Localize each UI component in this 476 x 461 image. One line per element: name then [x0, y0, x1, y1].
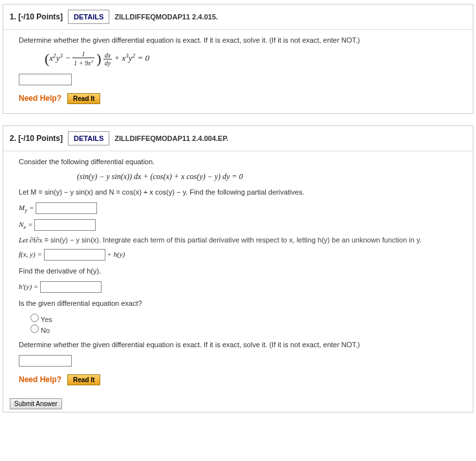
q1-source: ZILLDIFFEQMODAP11 2.4.015. [114, 13, 218, 21]
my-row: My = [19, 202, 457, 214]
nx-input[interactable] [34, 219, 96, 231]
q2-source: ZILLDIFFEQMODAP11 2.4.004.EP. [114, 134, 228, 142]
q2-final-row [19, 355, 457, 367]
read-it-button-2[interactable]: Read It [67, 374, 100, 385]
q2-let-mn: Let M = sin(y) − y sin(x) and N = cos(x)… [19, 188, 457, 196]
submit-answer-button[interactable]: Submit Answer [10, 398, 62, 409]
q1-intro: Determine whether the given differential… [19, 36, 457, 44]
hprime-label: h'(y) = [19, 283, 40, 290]
radio-yes-row: Yes [30, 314, 457, 323]
q2-body: Consider the following differential equa… [3, 151, 473, 394]
need-help-label-2: Need Help? [19, 375, 61, 384]
q1-answer-input[interactable] [19, 74, 72, 85]
read-it-button[interactable]: Read It [67, 93, 100, 104]
radio-yes[interactable] [30, 314, 39, 322]
details-button[interactable]: DETAILS [68, 131, 109, 145]
dfdx-row: Let ∂f∂x = sin(y) − y sin(x). Integrate … [19, 236, 457, 244]
q1-points: 1. [-/10 Points] [10, 12, 63, 21]
q1-equation: (x2y3 − 11 + 9x2 ) dxdy + x3y2 = 0 [45, 50, 457, 67]
yes-label: Yes [41, 316, 52, 323]
nx-row: Nx = [19, 219, 457, 231]
q2-determine: Determine whether the given differential… [19, 341, 457, 348]
need-help-row-2: Need Help? Read It [19, 374, 457, 385]
need-help-row: Need Help? Read It [19, 93, 457, 104]
fxy-input[interactable] [44, 249, 105, 261]
fxy-row: f(x, y) = + h(y) [19, 249, 457, 261]
hprime-input[interactable] [40, 281, 102, 293]
q2-equation: (sin(y) − y sin(x)) dx + (cos(x) + x cos… [77, 172, 457, 182]
q2-intro: Consider the following differential equa… [19, 158, 457, 166]
no-label: No [41, 327, 50, 334]
is-exact-q: Is the given differential equation exact… [19, 299, 457, 307]
q2-final-input[interactable] [19, 355, 72, 367]
hprime-row: h'(y) = [19, 281, 457, 293]
q1-answer-row [19, 74, 457, 85]
q2-points: 2. [-/10 Points] [10, 134, 63, 143]
my-input[interactable] [36, 202, 97, 214]
details-button[interactable]: DETAILS [68, 10, 109, 24]
find-h-label: Find the derivative of h(y). [19, 267, 457, 275]
need-help-label: Need Help? [19, 94, 61, 103]
q1-body: Determine whether the given differential… [3, 30, 473, 113]
fxy-label: f(x, y) = [19, 250, 44, 258]
my-label: M [19, 204, 25, 211]
radio-no-row: No [30, 325, 457, 334]
question-1: 1. [-/10 Points] DETAILS ZILLDIFFEQMODAP… [3, 4, 473, 114]
radio-no[interactable] [30, 325, 39, 333]
question-2-header: 2. [-/10 Points] DETAILS ZILLDIFFEQMODAP… [3, 126, 473, 151]
plus-hy: + h(y) [107, 250, 125, 258]
question-2: 2. [-/10 Points] DETAILS ZILLDIFFEQMODAP… [3, 125, 473, 413]
question-1-header: 1. [-/10 Points] DETAILS ZILLDIFFEQMODAP… [3, 5, 473, 30]
